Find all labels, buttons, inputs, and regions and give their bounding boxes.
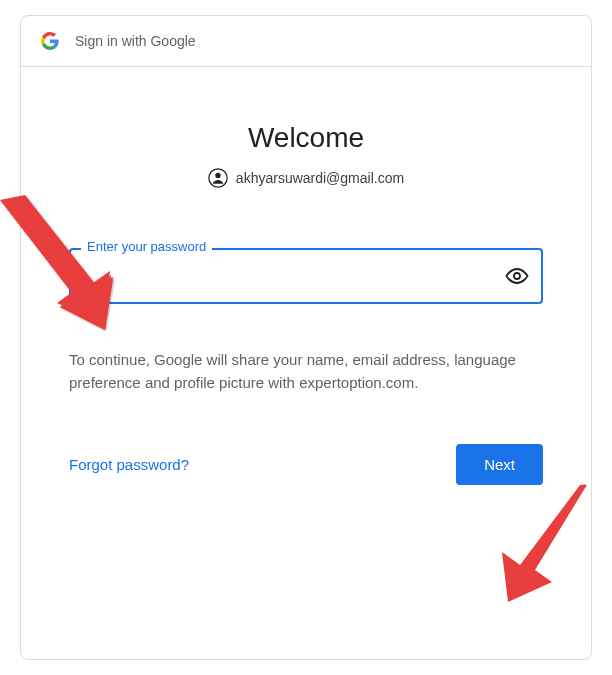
disclosure-text: To continue, Google will share your name… xyxy=(69,349,543,394)
account-row[interactable]: akhyarsuwardi@gmail.com xyxy=(69,168,543,188)
account-email: akhyarsuwardi@gmail.com xyxy=(236,170,404,186)
annotation-arrow-2 xyxy=(490,480,600,610)
next-button[interactable]: Next xyxy=(456,444,543,485)
footer-row: Forgot password? Next xyxy=(69,444,543,485)
header-bar: Sign in with Google xyxy=(21,16,591,67)
google-logo-icon xyxy=(41,32,59,50)
svg-point-1 xyxy=(215,173,220,178)
page-title: Welcome xyxy=(69,122,543,154)
avatar-icon xyxy=(208,168,228,188)
password-input[interactable] xyxy=(69,248,543,304)
show-password-icon[interactable] xyxy=(505,264,529,288)
forgot-password-link[interactable]: Forgot password? xyxy=(69,456,189,473)
header-title: Sign in with Google xyxy=(75,33,196,49)
password-field-wrapper: Enter your password xyxy=(69,248,543,304)
svg-point-2 xyxy=(514,273,520,279)
annotation-arrow-1 xyxy=(0,195,125,345)
